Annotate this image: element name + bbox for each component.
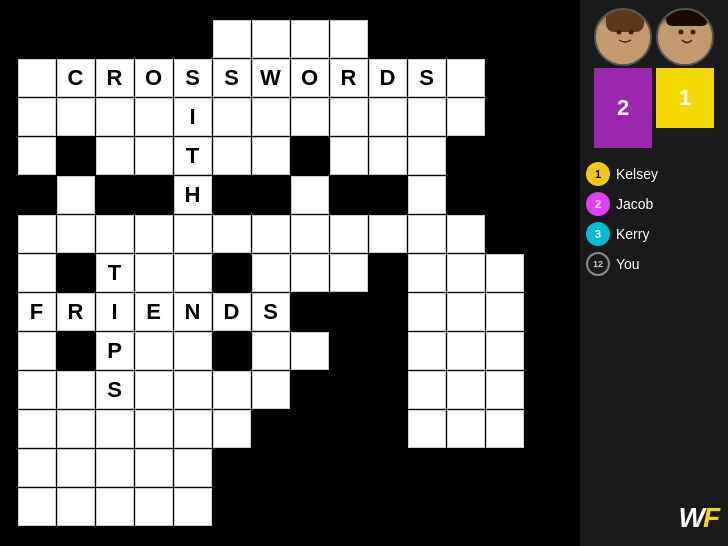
cell-8-8 — [330, 332, 368, 370]
cell-9-13 — [525, 371, 563, 409]
cell-2-7 — [291, 98, 329, 136]
cell-11-3 — [135, 449, 173, 487]
cell-0-8 — [330, 20, 368, 58]
cell-0-7 — [291, 20, 329, 58]
cell-7-0: F — [18, 293, 56, 331]
avatar-rank1: 1 — [656, 8, 714, 148]
cell-6-13 — [525, 254, 563, 292]
cell-1-4: S — [174, 59, 212, 97]
cell-10-2 — [96, 410, 134, 448]
cell-8-9 — [369, 332, 407, 370]
cell-3-4: T — [174, 137, 212, 175]
cell-4-10 — [408, 176, 446, 214]
cell-6-12 — [486, 254, 524, 292]
cell-4-12 — [486, 176, 524, 214]
cell-0-3 — [135, 20, 173, 58]
cell-3-6 — [252, 137, 290, 175]
cell-2-4: I — [174, 98, 212, 136]
bar-rank2: 2 — [594, 68, 652, 148]
cell-4-9 — [369, 176, 407, 214]
cell-2-0 — [18, 98, 56, 136]
cell-7-12 — [486, 293, 524, 331]
cell-4-5 — [213, 176, 251, 214]
cell-5-9 — [369, 215, 407, 253]
cell-7-8 — [330, 293, 368, 331]
cell-12-6 — [252, 488, 290, 526]
cell-1-13 — [525, 59, 563, 97]
cell-10-12 — [486, 410, 524, 448]
cell-10-3 — [135, 410, 173, 448]
cell-12-4 — [174, 488, 212, 526]
cell-1-11 — [447, 59, 485, 97]
cell-10-9 — [369, 410, 407, 448]
cell-4-0 — [18, 176, 56, 214]
cell-1-1: C — [57, 59, 95, 97]
cell-6-2: T — [96, 254, 134, 292]
cell-1-6: W — [252, 59, 290, 97]
cell-11-7 — [291, 449, 329, 487]
cell-10-13 — [525, 410, 563, 448]
cell-3-11 — [447, 137, 485, 175]
bar-rank2-number: 2 — [617, 95, 629, 121]
cell-3-12 — [486, 137, 524, 175]
cell-9-1 — [57, 371, 95, 409]
cell-2-12 — [486, 98, 524, 136]
cell-10-7 — [291, 410, 329, 448]
cell-3-9 — [369, 137, 407, 175]
cell-6-9 — [369, 254, 407, 292]
cell-5-5 — [213, 215, 251, 253]
rank-badge-12: 12 — [586, 252, 610, 276]
cell-4-6 — [252, 176, 290, 214]
cell-9-0 — [18, 371, 56, 409]
cell-12-0 — [18, 488, 56, 526]
cell-9-9 — [369, 371, 407, 409]
cell-4-3 — [135, 176, 173, 214]
cell-8-3 — [135, 332, 173, 370]
cell-0-5 — [213, 20, 251, 58]
cell-5-0 — [18, 215, 56, 253]
cell-5-10 — [408, 215, 446, 253]
cell-1-5: S — [213, 59, 251, 97]
cell-3-0 — [18, 137, 56, 175]
cell-5-6 — [252, 215, 290, 253]
top-avatars: 2 1 — [586, 8, 722, 148]
cell-5-13 — [525, 215, 563, 253]
cell-1-8: R — [330, 59, 368, 97]
cell-0-0 — [18, 20, 56, 58]
cell-8-2: P — [96, 332, 134, 370]
cell-8-6 — [252, 332, 290, 370]
cell-10-0 — [18, 410, 56, 448]
cell-2-9 — [369, 98, 407, 136]
avatar-rank2: 2 — [594, 8, 652, 148]
cell-5-11 — [447, 215, 485, 253]
bar-rank1-number: 1 — [679, 85, 691, 111]
cell-10-6 — [252, 410, 290, 448]
cell-9-7 — [291, 371, 329, 409]
cell-12-9 — [369, 488, 407, 526]
cell-8-10 — [408, 332, 446, 370]
wof-logo: WF — [678, 502, 722, 538]
cell-8-5 — [213, 332, 251, 370]
cell-5-1 — [57, 215, 95, 253]
cell-10-1 — [57, 410, 95, 448]
player-name-you: You — [616, 256, 640, 272]
cell-7-6: S — [252, 293, 290, 331]
rank-number-12: 12 — [593, 259, 603, 269]
cell-6-6 — [252, 254, 290, 292]
cell-3-3 — [135, 137, 173, 175]
cell-1-0 — [18, 59, 56, 97]
cell-0-12 — [486, 20, 524, 58]
cell-12-8 — [330, 488, 368, 526]
cell-8-13 — [525, 332, 563, 370]
cell-7-9 — [369, 293, 407, 331]
svg-rect-2 — [606, 10, 644, 32]
cell-7-1: R — [57, 293, 95, 331]
cell-10-8 — [330, 410, 368, 448]
cell-0-10 — [408, 20, 446, 58]
cell-7-11 — [447, 293, 485, 331]
cell-9-8 — [330, 371, 368, 409]
cell-11-10 — [408, 449, 446, 487]
cell-11-12 — [486, 449, 524, 487]
rank-number-2: 2 — [595, 198, 601, 210]
cell-10-4 — [174, 410, 212, 448]
